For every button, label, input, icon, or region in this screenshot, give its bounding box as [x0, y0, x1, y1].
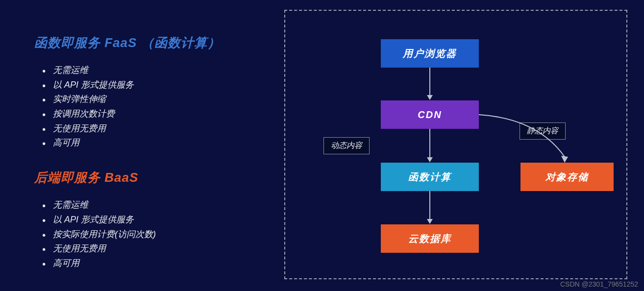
- node-function-compute: 函数计算: [381, 163, 479, 191]
- arrow-browser-to-cdn: [429, 68, 430, 95]
- list-item: 按实际使用计费(访问次数): [42, 227, 274, 242]
- list-item: 无使用无费用: [42, 242, 274, 256]
- list-item: 按调用次数计费: [42, 107, 274, 121]
- watermark: CSDN @2301_79651252: [560, 280, 638, 288]
- node-cdn: CDN: [381, 100, 479, 129]
- faas-bullet-list: 无需运维 以 API 形式提供服务 实时弹性伸缩 按调用次数计费 无使用无费用 …: [34, 63, 274, 150]
- baas-bullet-list: 无需运维 以 API 形式提供服务 按实际使用计费(访问次数) 无使用无费用 高…: [34, 198, 274, 270]
- text-panel: 函数即服务 FaaS （函数计算） 无需运维 以 API 形式提供服务 实时弹性…: [0, 0, 274, 291]
- list-item: 高可用: [42, 256, 274, 271]
- slide-content: 函数即服务 FaaS （函数计算） 无需运维 以 API 形式提供服务 实时弹性…: [0, 0, 644, 291]
- arrow-cdn-to-func: [429, 129, 430, 157]
- arrow-func-to-db: [429, 191, 430, 219]
- arrow-head-icon: [427, 219, 433, 224]
- list-item: 无需运维: [42, 198, 274, 213]
- diagram-frame: 用户浏览器 CDN 函数计算 云数据库 对象存储 动态内容 静态内容: [284, 10, 627, 279]
- node-browser: 用户浏览器: [381, 39, 479, 68]
- list-item: 以 API 形式提供服务: [42, 213, 274, 227]
- edge-label-dynamic: 动态内容: [323, 137, 370, 154]
- edge-label-static: 静态内容: [520, 122, 566, 140]
- diagram-panel: 用户浏览器 CDN 函数计算 云数据库 对象存储 动态内容 静态内容: [274, 0, 644, 291]
- list-item: 以 API 形式提供服务: [42, 78, 274, 93]
- node-object-storage: 对象存储: [520, 163, 614, 191]
- svg-marker-0: [561, 156, 568, 163]
- list-item: 无需运维: [42, 63, 274, 78]
- node-cloud-database: 云数据库: [381, 224, 479, 253]
- list-item: 实时弹性伸缩: [42, 92, 274, 107]
- arrow-head-icon: [427, 95, 433, 100]
- baas-heading: 后端即服务 BaaS: [34, 169, 274, 186]
- list-item: 高可用: [42, 136, 274, 150]
- list-item: 无使用无费用: [42, 121, 274, 136]
- faas-heading: 函数即服务 FaaS （函数计算）: [34, 34, 274, 51]
- arrow-head-icon: [427, 157, 433, 162]
